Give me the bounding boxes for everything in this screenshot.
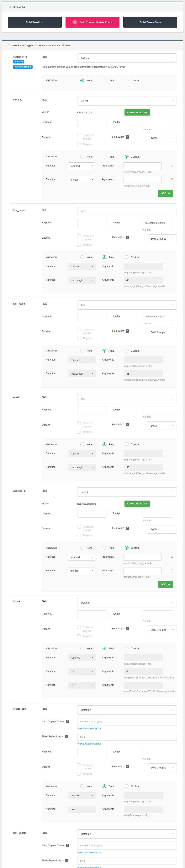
validation-radio-none[interactable]: None	[80, 255, 103, 259]
field-type-select[interactable]: datetime ▼	[77, 830, 177, 839]
validation-radio-custom[interactable]: Custom	[125, 647, 140, 650]
arguments-input[interactable]	[124, 277, 163, 283]
field-width-select[interactable]: 50% Grouped ▼	[148, 625, 177, 634]
tooltip-input[interactable]	[143, 610, 172, 618]
remove-function-button[interactable]: X	[171, 554, 173, 558]
build-read-list-button[interactable]: Build Read List	[8, 17, 62, 28]
time-format-input[interactable]	[77, 857, 177, 865]
field-type-select[interactable]: boolean ▼	[77, 598, 177, 607]
question-mark-badge[interactable]: ?	[66, 720, 69, 723]
date-format-input[interactable]	[77, 718, 177, 725]
question-mark-badge[interactable]: ?	[65, 859, 68, 862]
validation-radio-none[interactable]: None	[80, 546, 103, 550]
field-type-select[interactable]: text ▼	[77, 300, 177, 310]
validation-radio-custom[interactable]: Custom	[125, 784, 140, 788]
arguments-input[interactable]	[124, 464, 163, 471]
function-select[interactable]: max ▼	[68, 682, 96, 689]
arguments-input[interactable]	[123, 567, 161, 574]
arguments-input[interactable]	[123, 162, 161, 169]
function-select[interactable]: required ▼	[68, 263, 96, 270]
validation-radio-none[interactable]: None	[80, 442, 103, 446]
field-type-select[interactable]: select ▼	[77, 96, 177, 105]
function-select[interactable]: required ▼	[68, 554, 95, 561]
validation-radio-auto[interactable]: Auto	[103, 79, 125, 82]
add-edit-values-button[interactable]: ADD / EDIT VALUES	[124, 500, 150, 507]
field-type-select[interactable]: text ▼	[77, 394, 177, 403]
validation-radio-auto[interactable]: Auto	[103, 255, 125, 259]
tooltip-input[interactable]	[143, 313, 172, 320]
validation-radio-auto[interactable]: Auto	[103, 784, 125, 788]
view-formats-link[interactable]: View available formats	[77, 851, 177, 854]
function-select[interactable]: maxLength ▼	[68, 277, 96, 283]
help-text-input[interactable]	[77, 219, 107, 227]
field-width-select[interactable]: 50% Grouped ▼	[148, 328, 177, 336]
validation-radio-custom[interactable]: Custom	[125, 349, 140, 352]
tooltip-input[interactable]	[143, 406, 172, 414]
time-format-input[interactable]	[77, 733, 177, 741]
question-mark-badge[interactable]: ?	[126, 135, 129, 139]
validation-radio-auto[interactable]: Auto	[103, 647, 125, 650]
help-text-input[interactable]	[77, 748, 107, 756]
question-mark-badge[interactable]: ?	[126, 765, 129, 768]
view-formats-link[interactable]: View available formats	[77, 866, 177, 868]
build-create-update-forms-button[interactable]: ✔ Build Create / Update Forms	[66, 17, 119, 28]
validation-radio-custom[interactable]: Custom	[125, 442, 140, 446]
arguments-input[interactable]	[124, 654, 163, 661]
validation-radio-auto[interactable]: Auto	[103, 155, 125, 159]
function-select[interactable]: required ▼	[68, 654, 96, 661]
validation-radio-auto[interactable]: Auto	[103, 349, 125, 352]
build-delete-form-button[interactable]: Build Delete Form	[123, 17, 177, 28]
arguments-input[interactable]	[124, 450, 163, 457]
field-type-select[interactable]: text ▼	[77, 207, 177, 216]
function-select[interactable]: maxLength ▼	[68, 464, 96, 471]
view-formats-link[interactable]: View available formats	[77, 727, 177, 730]
validation-radio-auto[interactable]: Auto	[103, 546, 125, 550]
question-mark-badge[interactable]: ?	[126, 527, 129, 530]
validation-radio-none[interactable]: None	[80, 349, 103, 352]
arguments-input[interactable]	[124, 263, 163, 270]
remove-function-button[interactable]: X	[171, 567, 173, 572]
field-type-select[interactable]: hidden ▼	[77, 54, 177, 63]
field-width-select[interactable]: 50% Grouped ▼	[148, 235, 177, 243]
function-select[interactable]: required ▼	[68, 450, 96, 457]
function-select[interactable]: integer ▼	[68, 567, 95, 574]
validation-radio-custom[interactable]: Custom	[125, 255, 140, 259]
help-text-input[interactable]	[77, 510, 107, 518]
function-select[interactable]: required ▼	[68, 162, 95, 169]
validation-radio-auto[interactable]: Auto	[103, 442, 125, 446]
tooltip-input[interactable]	[143, 219, 172, 227]
help-text-input[interactable]	[77, 406, 107, 414]
function-select[interactable]: min ▼	[68, 668, 96, 675]
arguments-input[interactable]	[123, 176, 161, 183]
help-text-input[interactable]	[77, 119, 107, 126]
remove-function-button[interactable]: X	[171, 176, 173, 181]
tooltip-input[interactable]	[143, 119, 172, 126]
validation-radio-custom[interactable]: Custom	[125, 155, 140, 159]
validation-radio-none[interactable]: None	[80, 784, 103, 788]
validation-radio-none[interactable]: None	[80, 79, 103, 82]
add-edit-values-button[interactable]: ADD / EDIT VALUES	[124, 110, 150, 116]
field-width-select[interactable]: 100% ▼	[148, 525, 177, 533]
view-formats-link[interactable]: View available formats	[77, 742, 177, 745]
add-function-button[interactable]: ADD ⊕	[158, 190, 173, 197]
arguments-input[interactable]	[124, 792, 163, 799]
question-mark-badge[interactable]: ?	[66, 844, 69, 847]
function-select[interactable]: integer ▼	[68, 176, 95, 183]
question-mark-badge[interactable]: ?	[126, 627, 129, 630]
field-width-select[interactable]: 100% ▼	[148, 422, 177, 430]
validation-radio-none[interactable]: None	[80, 647, 103, 650]
remove-function-button[interactable]: X	[171, 162, 173, 167]
arguments-input[interactable]	[124, 682, 163, 689]
help-text-input[interactable]	[77, 313, 107, 320]
question-mark-badge[interactable]: ?	[126, 330, 129, 333]
field-width-select[interactable]: 100% ▼	[148, 134, 177, 142]
function-select[interactable]: date ▼	[68, 806, 96, 813]
arguments-input[interactable]	[124, 356, 163, 363]
question-mark-badge[interactable]: ?	[126, 423, 129, 426]
arguments-input[interactable]	[124, 806, 163, 813]
arguments-input[interactable]	[124, 668, 163, 675]
validation-radio-custom[interactable]: Custom	[125, 79, 140, 82]
help-text-input[interactable]	[77, 610, 107, 618]
date-format-input[interactable]	[77, 842, 177, 849]
function-select[interactable]: maxLength ▼	[68, 370, 96, 377]
